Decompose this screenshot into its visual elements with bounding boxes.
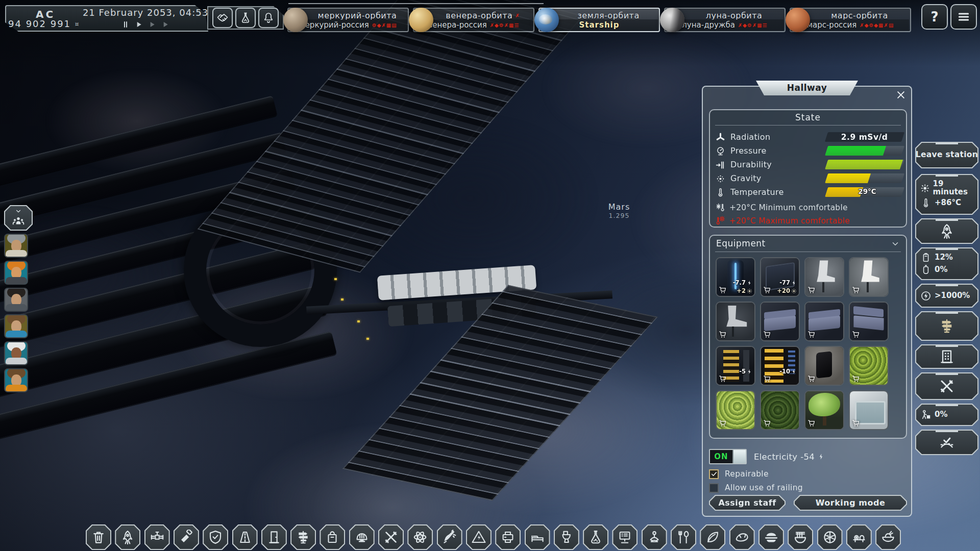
equipment-box: Equipment -7.7+2-77+20-5-10	[709, 235, 907, 439]
help-button[interactable]: ?	[921, 4, 948, 30]
speed-2-button[interactable]	[148, 20, 156, 29]
note-text: +20°C Maximum comfortable	[729, 216, 850, 226]
game-viewport[interactable]: Mars 1.295 AC 94 902 991 ¤ 21 February 2…	[0, 0, 980, 551]
research-button[interactable]	[235, 8, 256, 28]
world-object-label-mars[interactable]: Mars 1.295	[594, 202, 645, 219]
city-button[interactable]	[915, 344, 978, 369]
toolbar-demolish-button[interactable]	[86, 524, 111, 550]
landing-button[interactable]	[915, 430, 978, 455]
toolbar-security-button[interactable]	[203, 524, 228, 550]
equipment-item-sofa-bench[interactable]	[804, 302, 844, 341]
toolbar-recreation-button[interactable]	[642, 524, 667, 550]
toggle-on-label: ON	[710, 450, 732, 463]
power-button[interactable]: >1000%	[915, 284, 978, 308]
toolbar-lighting-button[interactable]	[174, 524, 199, 550]
toolbar-pizzeria-button[interactable]	[817, 524, 843, 550]
toolbar-bakery-button[interactable]	[729, 524, 755, 550]
equipment-item-fountain[interactable]	[849, 390, 889, 430]
orbit-tab-mars[interactable]: марс-орбитамарс-россия✗◆⚙◆▦✗▤	[790, 8, 911, 32]
toolbar-laboratory-button[interactable]	[583, 524, 608, 550]
mercury-planet-icon	[283, 8, 308, 32]
equipment-item-ionizer[interactable]: -7.7+2	[716, 257, 755, 297]
toolbar-engineering-button[interactable]	[349, 524, 375, 550]
toolbar-sushi-bar-button[interactable]	[846, 524, 872, 550]
speed-3-button[interactable]	[161, 20, 169, 29]
play-button[interactable]	[135, 20, 143, 29]
toolbar-noodles-button[interactable]	[788, 524, 813, 550]
orbit-tab-moon[interactable]: луна-орбиталуна-дружба✗◆⚙✗▦☰	[664, 8, 786, 32]
equipment-item-utility-block[interactable]	[804, 346, 844, 386]
toolbar-fabricator-button[interactable]	[495, 524, 521, 550]
storage-button[interactable]: 12%0%	[915, 247, 978, 280]
equipment-item-console-chair[interactable]	[716, 302, 755, 341]
close-button[interactable]	[894, 88, 908, 102]
checkbox-checked[interactable]	[709, 469, 719, 479]
toolbar-sanitation-button[interactable]	[554, 524, 579, 550]
checkbox-row-1[interactable]: Repairable	[709, 468, 769, 480]
repair-button[interactable]	[915, 372, 978, 400]
toolbar-canteen-button[interactable]	[671, 524, 696, 550]
toolbar-welding-button[interactable]	[437, 524, 462, 550]
toolbar-storage-button[interactable]	[320, 524, 345, 550]
toolbar-computers-button[interactable]	[612, 524, 638, 550]
chevron-down-icon	[891, 239, 900, 248]
toolbar-station-modules-button[interactable]	[144, 524, 170, 550]
play-icon	[135, 20, 143, 29]
equipment-item-hedge[interactable]	[849, 346, 889, 386]
notifications-button[interactable]	[258, 8, 279, 28]
daylight-button[interactable]: 19 minutes+86°C	[915, 174, 978, 215]
toolbar-workshop-button[interactable]	[378, 524, 404, 550]
orbit-tab-mercury[interactable]: меркурий-орбитамеркурий-россия⚙◆✗▦▤	[287, 8, 409, 32]
info-row: >1000%	[915, 290, 978, 302]
toolbar-signs-button[interactable]	[290, 524, 316, 550]
toolbar-science-button[interactable]	[407, 524, 433, 550]
working-mode-button[interactable]: Working mode	[794, 495, 907, 511]
state-label: Durability	[730, 160, 772, 169]
crew-avatar-4[interactable]	[4, 314, 28, 338]
crew-avatar-5[interactable]	[4, 341, 28, 365]
info-row: 0%	[915, 264, 978, 276]
navigation-button[interactable]	[915, 311, 978, 341]
toolbar-doors-button[interactable]	[261, 524, 287, 550]
rocket-button[interactable]	[915, 218, 978, 244]
state-value-zone	[826, 173, 903, 183]
crew-avatar-2[interactable]	[4, 261, 28, 285]
trade-button[interactable]	[212, 8, 233, 28]
toolbar-roads-button[interactable]	[232, 524, 258, 550]
equipment-header[interactable]: Equipment	[715, 236, 901, 252]
toolbar-salads-button[interactable]	[875, 524, 901, 550]
orbit-tab-venus[interactable]: венера-орбита✗венера-россия✗◆⚙✗▦☰	[413, 8, 534, 32]
electricity-toggle[interactable]: ON	[709, 449, 747, 464]
checkbox-unchecked[interactable]	[709, 483, 719, 493]
assign-staff-button[interactable]: Assign staff	[709, 495, 786, 511]
toolbar-burgers-button[interactable]	[758, 524, 784, 550]
toolbar-greenhouse-button[interactable]	[700, 524, 725, 550]
toolbar-rockets-button[interactable]	[115, 524, 140, 550]
equipment-item-decorative-tree[interactable]	[804, 390, 844, 430]
heat-icon	[791, 288, 797, 294]
equipment-item-heat-panel[interactable]: -77+20	[760, 257, 800, 297]
equipment-item-hedge-light[interactable]	[716, 390, 755, 430]
equipment-item-sofa-corner[interactable]	[849, 302, 889, 341]
crew-avatar-6[interactable]	[4, 368, 28, 392]
equipment-item-sofa-module[interactable]	[760, 302, 800, 341]
construction-button[interactable]: 0%	[915, 404, 978, 426]
toolbar-electricity-button[interactable]	[466, 524, 492, 550]
equipment-item-pilot-chair[interactable]	[804, 257, 844, 297]
orbit-name: марс-орбита	[831, 11, 888, 20]
money-value: 94 902 991	[8, 18, 71, 29]
equipment-item-hedge-dark[interactable]	[760, 390, 800, 430]
equipment-item-vending-machine[interactable]: -5	[716, 346, 755, 386]
checkbox-row-2[interactable]: Allow use of railing	[709, 482, 803, 493]
leave-station-button[interactable]: Leave station	[915, 142, 978, 168]
equipment-item-padded-chair[interactable]	[849, 257, 889, 297]
pause-button[interactable]	[121, 20, 130, 29]
equipment-item-coffee-machine[interactable]: -10	[760, 346, 800, 386]
crew-avatar-3[interactable]	[4, 288, 28, 312]
menu-button[interactable]	[950, 4, 977, 30]
orbit-tab-earth[interactable]: земля-орбитаStarship	[538, 8, 660, 32]
orbit-name: меркурий-орбита	[318, 11, 397, 20]
crew-avatar-1[interactable]	[4, 234, 28, 258]
crew-list-button[interactable]	[4, 205, 33, 231]
toolbar-bedroom-button[interactable]	[525, 524, 550, 550]
